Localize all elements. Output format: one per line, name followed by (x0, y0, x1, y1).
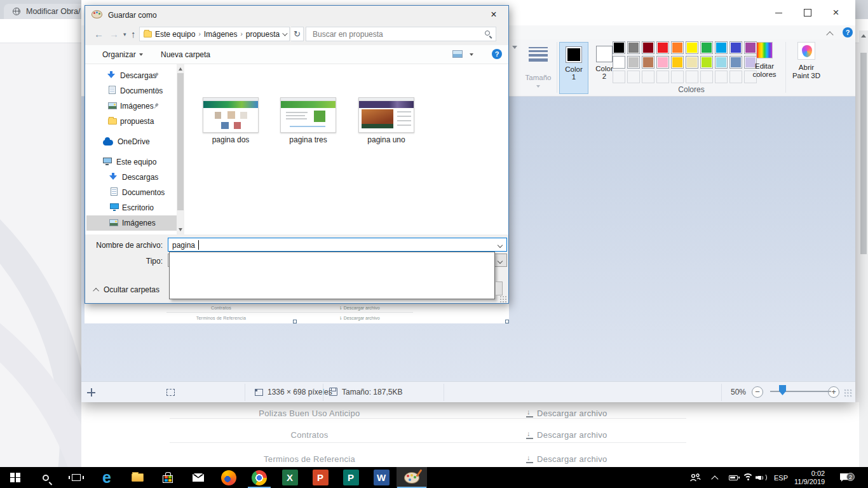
help-icon[interactable]: ? (843, 27, 853, 37)
dialog-close-icon[interactable]: × (479, 6, 508, 24)
up-button[interactable]: ↑ (131, 29, 136, 39)
scrollbar-thumb[interactable] (177, 73, 184, 210)
recent-locations-icon[interactable]: ▾ (123, 31, 126, 37)
palette-color-swatch[interactable] (729, 56, 742, 69)
palette-color-swatch[interactable] (613, 56, 625, 69)
taskbar-store[interactable] (153, 467, 183, 488)
filename-suggestions-dropdown[interactable] (169, 252, 495, 299)
palette-empty-slot[interactable] (627, 71, 640, 83)
palette-color-swatch[interactable] (642, 56, 654, 69)
sidebar-item-descargas-pc[interactable]: Descargas (86, 170, 177, 185)
sidebar-item-imagenes-pc[interactable]: Imágenes (86, 215, 177, 231)
palette-color-swatch[interactable] (700, 41, 713, 54)
sidebar-item-imagenes[interactable]: Imágenes (86, 98, 177, 114)
wifi-icon[interactable] (742, 467, 754, 488)
forward-button[interactable]: → (109, 29, 119, 39)
palette-color-swatch[interactable] (642, 41, 654, 54)
sidebar-item-propuesta[interactable]: propuesta (86, 114, 177, 129)
dialog-resize-grip[interactable] (499, 295, 507, 303)
action-center-button[interactable]: 2 (840, 467, 850, 488)
start-button[interactable] (0, 467, 31, 488)
scroll-down-arrow[interactable] (179, 228, 182, 231)
maximize-button[interactable] (793, 4, 822, 22)
download-link[interactable]: Descargar archivo (526, 454, 607, 464)
chevron-down-icon[interactable] (498, 243, 503, 248)
sidebar-item-documentos-pc[interactable]: Documentos (86, 185, 177, 200)
palette-empty-slot[interactable] (642, 71, 654, 83)
sidebar-item-este-equipo[interactable]: Este equipo (86, 154, 177, 170)
palette-color-swatch[interactable] (686, 41, 698, 54)
taskbar-paint[interactable] (397, 467, 427, 488)
scrollbar-thumb[interactable] (860, 53, 867, 254)
palette-color-swatch[interactable] (700, 56, 713, 69)
save-button-edge[interactable] (495, 281, 503, 295)
file-pagina-uno[interactable]: pagina uno (358, 97, 414, 144)
battery-icon[interactable] (729, 467, 738, 488)
palette-empty-slot[interactable] (729, 71, 742, 83)
palette-color-swatch[interactable] (656, 41, 669, 54)
file-pagina-dos[interactable]: pagina dos (203, 97, 259, 144)
view-dropdown-icon[interactable] (470, 53, 473, 56)
taskbar-search-button[interactable] (31, 467, 61, 488)
palette-empty-slot[interactable] (656, 71, 669, 83)
close-button[interactable]: × (822, 4, 850, 22)
zoom-in-button[interactable]: + (828, 386, 839, 398)
new-folder-button[interactable]: Nueva carpeta (161, 50, 210, 59)
sidebar-scrollbar[interactable] (177, 64, 184, 234)
organize-button[interactable]: Organizar (102, 50, 143, 59)
palette-color-swatch[interactable] (613, 41, 625, 54)
taskbar-powerpoint[interactable]: P (305, 467, 336, 488)
sidebar-item-descargas[interactable]: Descargas (86, 68, 177, 83)
download-link[interactable]: Descargar archivo (526, 430, 607, 440)
palette-color-swatch[interactable] (715, 56, 728, 69)
canvas-resize-handle-bottom[interactable] (293, 320, 297, 323)
help-icon[interactable]: ? (492, 49, 502, 59)
collapse-ribbon-icon[interactable] (827, 30, 833, 36)
page-scrollbar[interactable] (859, 30, 868, 467)
minimize-button[interactable] (764, 4, 793, 22)
palette-color-swatch[interactable] (715, 41, 728, 54)
edit-colors-button[interactable]: Editar colores (746, 41, 783, 94)
clock[interactable]: 0:02 11/9/2019 (794, 467, 825, 488)
breadcrumb-this-pc[interactable]: Este equipo (155, 30, 195, 39)
scroll-up-arrow[interactable] (179, 67, 182, 71)
taskbar-file-explorer[interactable] (122, 467, 153, 488)
palette-empty-slot[interactable] (686, 71, 698, 83)
size-button[interactable]: Tamaño (521, 42, 555, 94)
sidebar-item-documentos[interactable]: Documentos (86, 83, 177, 98)
back-button[interactable]: ← (94, 29, 104, 39)
taskbar-publisher[interactable]: P (336, 467, 366, 488)
taskbar-edge[interactable]: e (92, 467, 122, 488)
ribbon-overflow-icon[interactable] (512, 46, 517, 49)
window-resize-grip[interactable] (844, 389, 853, 398)
scroll-up-arrow[interactable] (861, 34, 866, 37)
refresh-button[interactable]: ↻ (291, 27, 304, 41)
taskbar-word[interactable]: W (366, 467, 397, 488)
language-indicator[interactable]: ESP (774, 467, 788, 488)
people-icon[interactable] (689, 467, 701, 488)
sidebar-item-escritorio[interactable]: Escritorio (86, 200, 177, 215)
palette-color-swatch[interactable] (671, 56, 684, 69)
volume-icon[interactable] (756, 467, 764, 488)
dialog-title-bar[interactable]: Guardar como × (85, 6, 508, 25)
taskbar-excel[interactable]: X (275, 467, 305, 488)
palette-color-swatch[interactable] (686, 56, 698, 69)
open-paint3d-button[interactable]: Abrir Paint 3D (788, 41, 825, 94)
palette-color-swatch[interactable] (656, 56, 669, 69)
sidebar-item-onedrive[interactable]: OneDrive (86, 134, 177, 149)
palette-empty-slot[interactable] (671, 71, 684, 83)
color1-button[interactable]: Color 1 (559, 42, 588, 94)
file-pagina-tres[interactable]: pagina tres (280, 97, 336, 144)
paint-canvas[interactable]: Contratos ⇂ Descargar archivo Terminos d… (85, 304, 509, 323)
zoom-out-button[interactable]: − (752, 386, 763, 398)
palette-color-swatch[interactable] (627, 41, 640, 54)
palette-color-swatch[interactable] (671, 41, 684, 54)
palette-empty-slot[interactable] (700, 71, 713, 83)
search-box[interactable]: Buscar en propuesta (306, 27, 496, 41)
canvas-resize-handle-corner[interactable] (505, 320, 509, 323)
palette-color-swatch[interactable] (729, 41, 742, 54)
task-view-button[interactable] (61, 467, 92, 488)
taskbar-chrome[interactable] (244, 467, 275, 488)
show-hidden-icons-button[interactable] (714, 467, 719, 488)
address-bar[interactable]: Este equipo › Imágenes › propuesta (139, 27, 290, 41)
